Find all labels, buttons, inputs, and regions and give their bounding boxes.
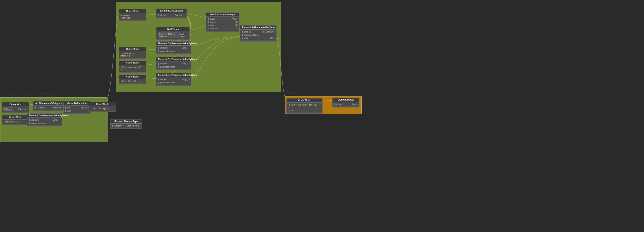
getparam1-paramname-port xyxy=(158,50,159,52)
codeblock-waitfor-value: waitFor {waitFor,pass}[1]; > xyxy=(288,104,321,108)
codeblock-list0-value: list list[0]; > xyxy=(90,108,109,110)
getparam1-element-port xyxy=(158,47,159,49)
node-codeblock-baseconstraint[interactable]: Code Block "Base Constraint"; > xyxy=(119,61,146,73)
node-codeblock-list0[interactable]: Code Block list list[0]; > xyxy=(89,102,116,112)
node-setparam-header: Element.SetParameterByName xyxy=(240,25,276,30)
wallbycurve-height-port xyxy=(208,21,209,23)
wallbycurve-level-port xyxy=(208,25,209,26)
allelem-category-port xyxy=(34,107,36,109)
node-element-delete[interactable]: Element.Delete element bool › xyxy=(332,98,360,108)
node-getparam-sort-header: Element.GetParameterValueByName xyxy=(28,114,62,118)
node-wall-types[interactable]: Wall Types Generic - 150mm (Interior) Wa… xyxy=(156,27,190,40)
getparam2-element-port xyxy=(158,63,159,65)
setparam-value-port xyxy=(242,37,243,39)
walltypes-dropdown[interactable]: Generic - 150mm (Interior) xyxy=(158,32,180,38)
elementtype-element-port xyxy=(112,125,114,127)
groupbyfunc-func-port xyxy=(65,110,66,112)
setparam-element-port xyxy=(242,31,243,33)
codeblock-structural-value: "Structural"; > xyxy=(4,121,22,123)
node-getlocation-header: Element.GetLocation xyxy=(156,9,186,13)
setparam-value-icon: ⊞ xyxy=(270,37,274,39)
node-element-setparam[interactable]: Element.SetParameterByName element ⊞ Ele… xyxy=(240,25,276,42)
node-wallbycurve-header: Wall.ByCurveAndHeight xyxy=(206,13,239,17)
codeblock-waitfor-pass: pass xyxy=(288,109,293,111)
node-wall-bycurveandheight[interactable]: Wall.ByCurveAndHeight curve Wall › heigh… xyxy=(206,12,240,32)
node-codeblock-waitfor[interactable]: Code Block waitFor {waitFor,pass}[1]; > … xyxy=(286,98,322,114)
node-getparam1[interactable]: Element.GetParameterValueByName element … xyxy=(156,41,191,54)
node-codeblock-unconnected[interactable]: Code Block "Unconnected Height"; > xyxy=(119,47,146,59)
node-codeblock-baseoffset[interactable]: Code Block "Base Offset"; > xyxy=(119,75,146,85)
node-codeblock-elements[interactable]: Code Block elements | elements; > xyxy=(119,9,146,21)
wallbycurve-walltype-port xyxy=(208,28,209,29)
node-groupbyfunction[interactable]: GroupByFunction list var[]..[] › func › xyxy=(64,101,90,114)
group-sort-label: sort walls, taking only "structural wall… xyxy=(1,92,64,96)
canvas: create new walls sort walls, taking only… xyxy=(0,0,644,232)
node-getparam1-header: Element.GetParameterValueByName xyxy=(156,42,191,46)
node-codeblock-structural[interactable]: Code Block "Structural"; > xyxy=(2,115,29,125)
node-elementtype-header: Element.ElementType xyxy=(110,119,142,123)
node-element-elementtype[interactable]: Element.ElementType element ElementType … xyxy=(110,119,142,129)
node-getparam2[interactable]: Element.GetParameterValueByName element … xyxy=(156,57,191,70)
node-getparam2-header: Element.GetParameterValueByName xyxy=(156,57,191,61)
getparam2-paramname-port xyxy=(158,66,159,68)
setparam-paramname-port xyxy=(242,34,243,36)
node-getparam3[interactable]: Element.GetParameterValueByName element … xyxy=(156,73,191,86)
node-codeblock-waitfor-header: Code Block xyxy=(286,99,322,103)
getparam3-paramname-port xyxy=(158,82,159,84)
codeblock-baseoffset-value: "Base Offset"; > xyxy=(120,80,140,82)
group-create-label: create new walls xyxy=(117,0,144,1)
node-codeblock-baseoffset-header: Code Block xyxy=(119,75,146,79)
getparam3-element-port xyxy=(158,79,159,80)
node-elementdelete-header: Element.Delete xyxy=(332,98,359,102)
node-groupbyfunction-header: GroupByFunction xyxy=(64,102,90,106)
node-codeblock-elements-header: Code Block xyxy=(119,9,146,13)
node-codeblock-unconnected-header: Code Block xyxy=(119,47,146,51)
node-categories-header: Categories xyxy=(2,102,29,107)
codeblock-elements-value: elements | elements; > xyxy=(120,14,144,19)
getparam-sort-paramname-port xyxy=(29,122,30,124)
node-getparam-sort[interactable]: Element.GetParameterValueByName element … xyxy=(27,114,62,126)
categories-dropdown[interactable]: Walls xyxy=(4,108,13,111)
elementdelete-element-port xyxy=(334,104,336,105)
node-getparam3-header: Element.GetParameterValueByName xyxy=(156,73,191,77)
getparam-sort-element-port xyxy=(29,119,30,121)
wallbycurve-curve-port xyxy=(208,18,209,20)
wallbycurve-level-icon: ⊞ xyxy=(235,24,238,26)
codeblock-baseconstraint-value: "Base Constraint"; > xyxy=(120,66,144,71)
node-codeblock-list0-header: Code Block xyxy=(89,102,116,107)
node-categories[interactable]: Categories Walls Category › xyxy=(2,102,29,113)
codeblock-unconnected-value: "Unconnected Height"; > xyxy=(120,52,144,57)
wallbycurve-height-icon: ⊞ xyxy=(235,21,238,23)
groupbyfunc-list-port xyxy=(65,107,66,109)
node-walltypes-header: Wall Types xyxy=(156,27,190,31)
group-delete-label: delete old walls xyxy=(286,91,311,95)
node-codeblock-baseconstraint-header: Code Block xyxy=(119,61,146,65)
node-element-getlocation[interactable]: Element.GetLocation element Geometry › xyxy=(156,8,187,18)
setparam-element-icon: ⊞ xyxy=(262,31,265,33)
node-allelem-header: All Elements of Category xyxy=(33,102,64,106)
node-codeblock-structural-header: Code Block xyxy=(2,116,29,119)
getlocation-element-port xyxy=(158,14,159,16)
node-allelementsofcategory[interactable]: All Elements of Category Category Elemen… xyxy=(33,101,64,111)
